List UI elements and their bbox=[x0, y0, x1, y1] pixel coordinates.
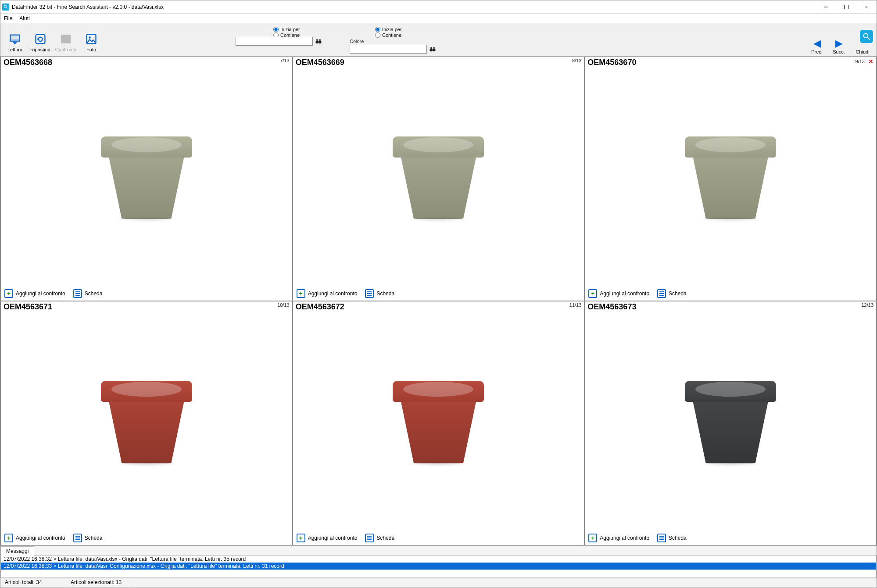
sheet-icon bbox=[73, 289, 82, 298]
statusbar: Articoli totali: 34 Articoli selezionati… bbox=[0, 578, 877, 588]
card-count: 11/13 bbox=[569, 302, 582, 308]
close-x-icon[interactable]: ✕ bbox=[868, 58, 873, 65]
ripristina-button[interactable]: Ripristina bbox=[28, 25, 53, 54]
svg-rect-10 bbox=[61, 35, 71, 43]
sheet-button[interactable]: Scheda bbox=[657, 534, 687, 542]
status-total: Articoli totali: 34 bbox=[0, 578, 66, 588]
message-line[interactable]: 12/07/2022 16:38:33 > Lettura file: data… bbox=[1, 563, 876, 570]
ripristina-label: Ripristina bbox=[30, 47, 50, 52]
card-code: OEM4563673 bbox=[587, 302, 636, 312]
prev-button[interactable]: ◀ Prec. bbox=[808, 39, 826, 54]
card-image bbox=[1, 67, 292, 287]
maximize-button[interactable] bbox=[836, 0, 856, 14]
card-code: OEM4563670 bbox=[587, 58, 636, 67]
card-image bbox=[293, 67, 584, 287]
menu-file[interactable]: File bbox=[0, 14, 16, 23]
svg-rect-9 bbox=[36, 35, 45, 44]
lettura-button[interactable]: Lettura bbox=[2, 25, 28, 54]
next-button[interactable]: ▶ Succ. bbox=[830, 39, 848, 54]
search-input-1[interactable] bbox=[236, 37, 313, 46]
confronto-button: Confronto bbox=[53, 25, 79, 54]
card-image bbox=[1, 312, 292, 531]
add-compare-button[interactable]: + Aggiungi al confronto bbox=[297, 534, 358, 542]
add-compare-button[interactable]: + Aggiungi al confronto bbox=[4, 534, 65, 542]
svg-line-1 bbox=[7, 7, 8, 9]
sheet-label: Scheda bbox=[669, 535, 687, 541]
refresh-icon bbox=[34, 33, 47, 45]
foto-button[interactable]: Foto bbox=[79, 25, 104, 54]
card-count: 12/13 bbox=[861, 302, 873, 308]
card-count: 8/13 bbox=[572, 58, 581, 63]
card-image bbox=[293, 312, 584, 531]
radio-contains-2[interactable]: Contiene bbox=[375, 32, 402, 38]
close-button[interactable] bbox=[856, 0, 877, 14]
svg-point-22 bbox=[433, 49, 436, 52]
status-selected: Articoli selezionati: 13 bbox=[66, 578, 132, 588]
svg-point-25 bbox=[863, 33, 868, 38]
nav-block: ◀ Prec. ▶ Succ. Chiudi bbox=[808, 30, 873, 54]
sheet-button[interactable]: Scheda bbox=[73, 289, 103, 298]
svg-point-18 bbox=[319, 41, 322, 44]
messages-tab[interactable]: Messaggi bbox=[0, 546, 34, 556]
minimize-button[interactable] bbox=[816, 0, 836, 14]
sheet-label: Scheda bbox=[376, 535, 394, 541]
add-compare-label: Aggiungi al confronto bbox=[308, 290, 358, 297]
messages-panel: Messaggi 12/07/2022 16:38:32 > Lettura f… bbox=[0, 545, 877, 578]
sheet-label: Scheda bbox=[376, 290, 394, 297]
add-compare-button[interactable]: + Aggiungi al confronto bbox=[588, 289, 649, 298]
add-compare-button[interactable]: + Aggiungi al confronto bbox=[297, 289, 358, 298]
svg-point-21 bbox=[430, 49, 433, 52]
search-input-2[interactable] bbox=[350, 45, 427, 54]
card-count: 9/13 bbox=[856, 59, 865, 64]
add-compare-label: Aggiungi al confronto bbox=[308, 535, 358, 541]
window-title: DataFinder 32 bit - Fine Search Assistan… bbox=[12, 4, 816, 10]
svg-point-16 bbox=[89, 36, 91, 39]
card-code: OEM4563671 bbox=[4, 302, 52, 312]
sheet-icon bbox=[657, 289, 666, 298]
message-line[interactable]: 12/07/2022 16:38:32 > Lettura file: data… bbox=[1, 556, 876, 563]
pot-icon bbox=[390, 129, 487, 225]
plus-icon: + bbox=[588, 289, 597, 298]
sheet-button[interactable]: Scheda bbox=[657, 289, 687, 298]
sheet-button[interactable]: Scheda bbox=[365, 289, 394, 298]
card-image bbox=[585, 67, 876, 287]
grid-icon bbox=[60, 33, 72, 45]
svg-rect-3 bbox=[845, 5, 848, 9]
triangle-right-icon: ▶ bbox=[835, 39, 843, 48]
messages-list[interactable]: 12/07/2022 16:38:32 > Lettura file: data… bbox=[0, 555, 877, 578]
menu-aiuti[interactable]: Aiuti bbox=[16, 14, 33, 23]
add-compare-button[interactable]: + Aggiungi al confronto bbox=[588, 534, 649, 542]
add-compare-button[interactable]: + Aggiungi al confronto bbox=[4, 289, 65, 298]
results-grid: OEM4563668 7/13 + Aggiungi al confronto … bbox=[0, 57, 877, 545]
sheet-button[interactable]: Scheda bbox=[73, 534, 103, 542]
sheet-icon bbox=[365, 289, 374, 298]
toolbar-left: Lettura Ripristina Confronto Foto bbox=[2, 25, 104, 54]
sheet-icon bbox=[365, 534, 374, 542]
field2-label: Colore bbox=[350, 39, 369, 44]
result-card: OEM4563672 11/13 + Aggiungi al confronto… bbox=[293, 301, 585, 545]
radio-starts-2[interactable]: Inizia per bbox=[375, 27, 402, 32]
svg-line-26 bbox=[868, 38, 870, 40]
svg-point-17 bbox=[315, 41, 319, 44]
svg-rect-23 bbox=[430, 47, 432, 49]
pot-icon bbox=[390, 373, 487, 470]
result-card: OEM4563673 12/13 + Aggiungi al confronto… bbox=[584, 301, 877, 545]
card-image bbox=[585, 312, 876, 531]
sheet-button[interactable]: Scheda bbox=[365, 534, 394, 542]
next-label: Succ. bbox=[833, 49, 845, 54]
plus-icon: + bbox=[4, 289, 13, 298]
radio-starts-1[interactable]: Inizia per bbox=[273, 27, 300, 32]
global-search-button[interactable] bbox=[860, 30, 873, 43]
add-compare-label: Aggiungi al confronto bbox=[16, 535, 65, 541]
result-card: OEM4563669 8/13 + Aggiungi al confronto … bbox=[293, 57, 585, 301]
app-window: DataFinder 32 bit - Fine Search Assistan… bbox=[0, 0, 877, 588]
search-block-2: Inizia per Contiene Colore bbox=[350, 27, 437, 54]
svg-rect-6 bbox=[11, 35, 20, 41]
svg-rect-24 bbox=[433, 47, 435, 49]
add-compare-label: Aggiungi al confronto bbox=[16, 290, 65, 297]
binoculars-icon-1[interactable] bbox=[314, 37, 323, 46]
pot-icon bbox=[682, 373, 779, 470]
menubar: File Aiuti bbox=[0, 14, 877, 23]
photo-icon bbox=[85, 33, 97, 45]
binoculars-icon-2[interactable] bbox=[428, 45, 437, 54]
